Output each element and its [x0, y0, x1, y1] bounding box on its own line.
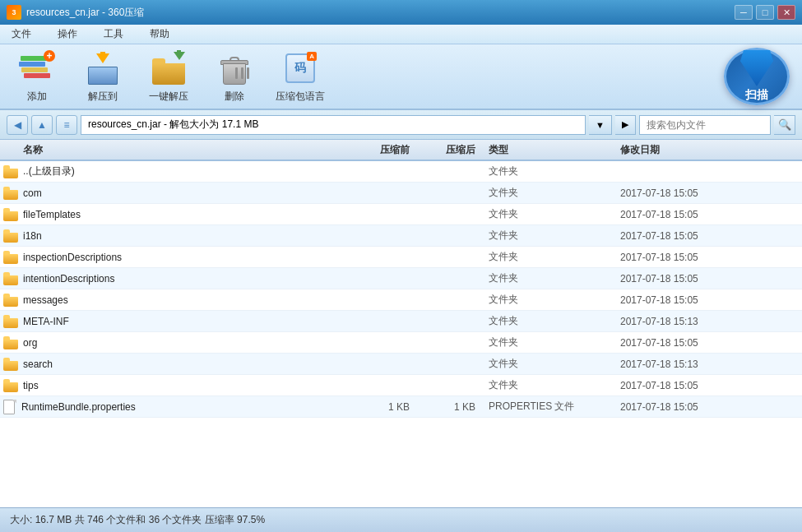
- table-row[interactable]: i18n文件夹2017-07-18 15:05: [0, 225, 802, 247]
- cell-date: 2017-07-18 15:05: [620, 209, 799, 220]
- cell-date: 2017-07-18 15:13: [620, 316, 799, 327]
- extract-icon: [85, 50, 121, 86]
- table-row[interactable]: org文件夹2017-07-18 15:05: [0, 332, 802, 354]
- file-name: intentionDescriptions: [23, 273, 114, 285]
- delete-button[interactable]: 删除: [210, 50, 259, 104]
- lang-char: 码: [294, 61, 306, 76]
- table-row[interactable]: intentionDescriptions文件夹2017-07-18 15:05: [0, 268, 802, 289]
- menu-item-帮助[interactable]: 帮助: [145, 25, 174, 43]
- cell-type: 文件夹: [489, 314, 620, 328]
- table-row[interactable]: fileTemplates文件夹2017-07-18 15:05: [0, 204, 802, 225]
- scan-button[interactable]: 扫描: [724, 48, 790, 105]
- cell-date: 2017-07-18 15:05: [620, 401, 799, 413]
- file-name: inspectionDescriptions: [23, 252, 122, 263]
- cell-date: 2017-07-18 15:05: [620, 294, 799, 306]
- cell-type: 文件夹: [489, 271, 620, 285]
- file-name: org: [23, 337, 37, 349]
- title-bar: 3 resources_cn.jar - 360压缩 ─ □ ✕: [0, 0, 802, 25]
- oneclick-button[interactable]: 一键解压: [144, 50, 193, 104]
- file-name: messages: [23, 294, 68, 306]
- cell-name: intentionDescriptions: [3, 272, 357, 285]
- cell-name: tips: [3, 379, 357, 392]
- folder-icon: [3, 315, 18, 328]
- delete-icon: [216, 50, 253, 86]
- column-headers: 名称 压缩前 压缩后 类型 修改日期: [0, 140, 802, 161]
- cell-name: inspectionDescriptions: [3, 251, 357, 264]
- cell-date: 2017-07-18 15:05: [620, 230, 799, 242]
- menu-item-工具[interactable]: 工具: [99, 25, 128, 43]
- dropdown-button[interactable]: ▼: [589, 115, 612, 135]
- cell-name: messages: [3, 294, 357, 307]
- file-name: tips: [23, 380, 39, 391]
- folder-icon: [3, 358, 18, 371]
- table-row[interactable]: messages文件夹2017-07-18 15:05: [0, 289, 802, 311]
- cell-compressed: 1 KB: [423, 401, 489, 413]
- menu-item-操作[interactable]: 操作: [53, 25, 82, 43]
- file-name: i18n: [23, 230, 42, 242]
- table-row[interactable]: inspectionDescriptions文件夹2017-07-18 15:0…: [0, 247, 802, 268]
- up-button[interactable]: ▲: [31, 115, 53, 135]
- cell-name: ..(上级目录): [3, 164, 357, 178]
- cell-type: 文件夹: [489, 293, 620, 307]
- folder-icon: [3, 165, 18, 178]
- search-input[interactable]: [639, 115, 771, 135]
- window-title: resources_cn.jar - 360压缩: [26, 6, 735, 20]
- cell-type: 文件夹: [489, 335, 620, 349]
- cell-type: 文件夹: [489, 207, 620, 221]
- toolbar: + 添加 解压到 一键解压: [0, 44, 802, 110]
- folder-icon: [3, 272, 18, 285]
- cell-type: 文件夹: [489, 378, 620, 392]
- minimize-button[interactable]: ─: [735, 5, 753, 20]
- col-header-original: 压缩前: [357, 143, 423, 157]
- lang-button[interactable]: 码 A 压缩包语言: [276, 50, 325, 104]
- col-header-name: 名称: [3, 143, 357, 157]
- cell-type: 文件夹: [489, 250, 620, 264]
- view-button[interactable]: ≡: [56, 115, 77, 135]
- cell-name: META-INF: [3, 315, 357, 328]
- table-row[interactable]: search文件夹2017-07-18 15:13: [0, 354, 802, 375]
- table-row[interactable]: RuntimeBundle.properties1 KB1 KBPROPERTI…: [0, 396, 802, 418]
- folder-icon: [3, 379, 18, 392]
- col-header-date: 修改日期: [620, 143, 799, 157]
- file-name: ..(上级目录): [23, 164, 75, 178]
- extract-label: 解压到: [88, 90, 118, 104]
- table-row[interactable]: tips文件夹2017-07-18 15:05: [0, 375, 802, 396]
- cell-type: 文件夹: [489, 186, 620, 200]
- cell-type: 文件夹: [489, 164, 620, 178]
- shield-icon: [740, 50, 773, 86]
- search-button[interactable]: 🔍: [774, 115, 795, 135]
- cell-name: fileTemplates: [3, 208, 357, 221]
- add-label: 添加: [27, 90, 47, 104]
- app-icon: 3: [7, 5, 21, 20]
- status-bar: 大小: 16.7 MB 共 746 个文件和 36 个文件夹 压缩率 97.5%: [0, 507, 802, 532]
- cell-name: com: [3, 187, 357, 200]
- folder-icon: [3, 251, 18, 264]
- arrow-button[interactable]: ▶: [615, 115, 636, 135]
- file-icon: [3, 400, 16, 414]
- cell-date: 2017-07-18 15:05: [620, 380, 799, 391]
- folder-icon: [3, 187, 18, 200]
- status-text: 大小: 16.7 MB 共 746 个文件和 36 个文件夹 压缩率 97.5%: [10, 513, 265, 527]
- cell-name: org: [3, 336, 357, 349]
- cell-original: 1 KB: [357, 401, 423, 413]
- file-name: RuntimeBundle.properties: [21, 401, 136, 413]
- add-button[interactable]: + 添加: [12, 50, 62, 104]
- file-name: search: [23, 359, 53, 370]
- scan-label: 扫描: [745, 88, 768, 103]
- close-button[interactable]: ✕: [777, 5, 795, 20]
- menu-bar: 文件操作工具帮助: [0, 25, 802, 44]
- cell-date: 2017-07-18 15:13: [620, 359, 799, 370]
- folder-icon: [3, 336, 18, 349]
- menu-item-文件[interactable]: 文件: [7, 25, 36, 43]
- cell-date: 2017-07-18 15:05: [620, 252, 799, 263]
- extract-button[interactable]: 解压到: [78, 50, 127, 104]
- table-row[interactable]: ..(上级目录)文件夹: [0, 161, 802, 183]
- address-bar: ◀ ▲ ≡ ▼ ▶ 🔍: [0, 110, 802, 140]
- path-input[interactable]: [81, 115, 586, 135]
- table-row[interactable]: com文件夹2017-07-18 15:05: [0, 183, 802, 204]
- lang-label: 压缩包语言: [276, 90, 325, 104]
- back-button[interactable]: ◀: [7, 115, 28, 135]
- window-controls: ─ □ ✕: [735, 5, 795, 20]
- maximize-button[interactable]: □: [756, 5, 774, 20]
- table-row[interactable]: META-INF文件夹2017-07-18 15:13: [0, 311, 802, 332]
